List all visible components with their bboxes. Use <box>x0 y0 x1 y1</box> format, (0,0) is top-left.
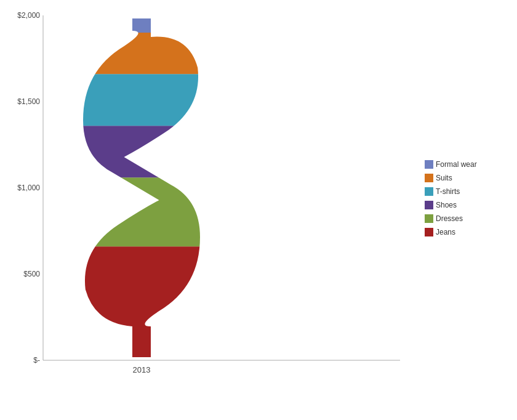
svg-rect-0 <box>0 0 517 420</box>
svg-rect-23 <box>425 214 433 223</box>
svg-text:Jeans: Jeans <box>436 228 455 236</box>
svg-rect-19 <box>425 187 433 196</box>
svg-text:$-: $- <box>33 356 40 365</box>
svg-rect-25 <box>425 228 433 236</box>
svg-rect-21 <box>425 201 433 209</box>
svg-text:Formal wear: Formal wear <box>436 160 477 169</box>
svg-text:$500: $500 <box>23 270 40 278</box>
svg-text:$2,000: $2,000 <box>17 11 40 20</box>
svg-text:T-shirts: T-shirts <box>436 187 460 196</box>
svg-text:Suits: Suits <box>436 174 452 182</box>
svg-rect-17 <box>425 174 433 182</box>
svg-rect-15 <box>425 160 433 169</box>
svg-text:2013: 2013 <box>133 365 151 374</box>
svg-text:$1,500: $1,500 <box>17 97 40 106</box>
chart-container: $2,000$1,500$1,000$500$-2013Formal wearS… <box>0 0 517 420</box>
svg-text:Shoes: Shoes <box>436 201 457 209</box>
svg-text:$1,000: $1,000 <box>17 184 40 192</box>
svg-text:Dresses: Dresses <box>436 214 463 223</box>
